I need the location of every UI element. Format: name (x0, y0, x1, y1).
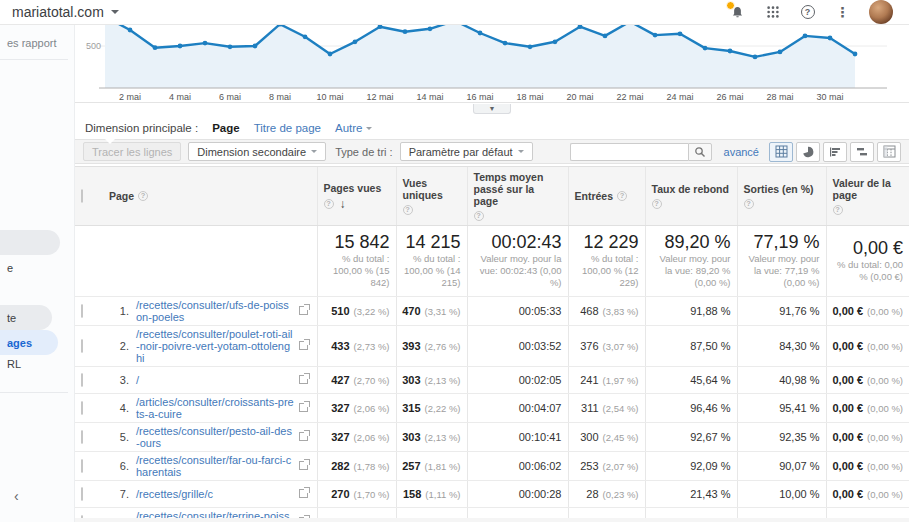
help-icon[interactable]: ? (138, 191, 148, 201)
sorties-value: 91,76 % (737, 297, 826, 326)
temps-moyen-value: 00:05:33 (467, 297, 568, 326)
help-icon[interactable]: ? (474, 211, 484, 221)
svg-text:500: 500 (86, 41, 101, 51)
view-table-button[interactable] (769, 142, 793, 162)
valeur-page-value: 0,00 € (833, 402, 864, 414)
view-pivot-button[interactable] (877, 142, 901, 162)
row-rank: 3. (109, 374, 129, 386)
help-icon[interactable]: ? (617, 191, 627, 201)
open-in-new-icon[interactable] (299, 461, 308, 470)
svg-text:12 mai: 12 mai (366, 92, 393, 102)
row-checkbox[interactable] (81, 373, 83, 387)
row-checkbox[interactable] (81, 304, 83, 318)
col-header-temps-moyen[interactable]: Temps moyen passé sur la page? (467, 167, 568, 226)
chart-collapse-handle[interactable]: ▼ (473, 104, 511, 114)
advanced-filter-link[interactable]: avancé (724, 146, 759, 158)
entrees-value: 241 (580, 374, 598, 386)
row-checkbox[interactable] (81, 401, 83, 415)
col-header-entrees[interactable]: Entrées? (568, 167, 645, 226)
notifications-bell-icon[interactable] (729, 4, 746, 21)
sidebar-search-fragment[interactable]: es rapport (0, 25, 68, 60)
sorties-value: 92,35 % (737, 423, 826, 452)
sidebar-item-fragment-1[interactable]: e (0, 262, 13, 274)
temps-moyen-value: 00:10:41 (467, 423, 568, 452)
col-header-page[interactable]: Page? (103, 167, 317, 226)
row-checkbox[interactable] (81, 487, 83, 501)
page-link[interactable]: /recettes/consulter/far-ou-farci-charent… (136, 454, 295, 478)
sidebar-item-all-pages-active[interactable]: ages (0, 330, 58, 355)
table-row: 6. /recettes/consulter/far-ou-farci-char… (75, 452, 909, 481)
page-link[interactable]: /recettes/consulter/pesto-ail-des-ours (136, 425, 295, 449)
view-switcher (769, 142, 901, 162)
dimension-tab-page-title[interactable]: Titre de page (254, 122, 321, 134)
view-percentage-button[interactable] (796, 142, 820, 162)
page-link[interactable]: / (136, 374, 139, 386)
row-rank: 1. (109, 305, 129, 317)
help-icon[interactable]: ? (324, 199, 334, 209)
sidebar-collapse-chevron[interactable]: ‹ (14, 488, 19, 504)
col-header-taux-rebond[interactable]: Taux de rebond? (645, 167, 737, 226)
temps-moyen-value: 00:06:02 (467, 452, 568, 481)
pie-chart-icon (802, 146, 814, 158)
svg-text:2 mai: 2 mai (119, 92, 141, 102)
vues-uniques-value: 158 (403, 488, 421, 500)
user-avatar[interactable] (869, 0, 893, 24)
col-header-valeur-page[interactable]: Valeur de la page? (826, 167, 909, 226)
table-search-input[interactable] (570, 143, 688, 161)
col-header-vues-uniques[interactable]: Vues uniques? (396, 167, 467, 226)
help-icon[interactable]: ? (403, 205, 413, 215)
row-rank: 5. (109, 431, 129, 443)
help-icon[interactable]: ? (833, 205, 843, 215)
open-in-new-icon[interactable] (299, 375, 308, 384)
sidebar-item-truncated[interactable] (0, 230, 60, 255)
col-header-pages-vues[interactable]: Pages vues?↓ (317, 167, 396, 226)
entrees-value: 311 (581, 402, 599, 414)
open-in-new-icon[interactable] (299, 341, 308, 350)
open-in-new-icon[interactable] (299, 432, 308, 441)
help-icon[interactable]: ? (744, 199, 754, 209)
open-in-new-icon[interactable] (299, 306, 308, 315)
open-in-new-icon[interactable] (299, 403, 308, 412)
col-header-sorties[interactable]: Sorties (en %)? (737, 167, 826, 226)
sorties-value: 90,07 % (737, 452, 826, 481)
help-icon[interactable]: ? (799, 4, 816, 21)
page-link[interactable]: /articles/consulter/croissants-prets-a-c… (136, 396, 295, 420)
sort-type-button[interactable]: Paramètre par défaut (400, 142, 533, 161)
account-selector[interactable]: mariatotal.com (12, 4, 119, 20)
dimension-tab-page[interactable]: Page (212, 122, 240, 134)
row-checkbox[interactable] (81, 459, 83, 473)
page-link[interactable]: /recettes/consulter/poulet-roti-ail-noir… (136, 328, 295, 364)
summary-entrees: 12 229 (575, 232, 639, 252)
vues-uniques-value: 303 (402, 431, 420, 443)
svg-text:28 mai: 28 mai (766, 92, 793, 102)
view-performance-button[interactable] (823, 142, 847, 162)
search-button[interactable] (688, 143, 712, 161)
sidebar-item-fragment-2[interactable]: te (0, 305, 52, 330)
sorties-value: 84,30 % (737, 326, 826, 367)
table-view-icon (775, 145, 788, 158)
dimension-tab-other[interactable]: Autre (335, 122, 373, 134)
apps-grid-icon[interactable] (764, 4, 781, 21)
chevron-down-icon (311, 150, 317, 153)
view-comparison-button[interactable] (850, 142, 874, 162)
select-all-checkbox[interactable] (81, 189, 83, 203)
svg-text:18 mai: 18 mai (516, 92, 543, 102)
entrees-value: 300 (580, 431, 598, 443)
table-row: 7. /recettes/grille/c 270(1,70 %) 158(1,… (75, 481, 909, 508)
sidebar-item-fragment-4[interactable]: RL (0, 358, 21, 370)
open-in-new-icon[interactable] (299, 489, 308, 498)
row-checkbox[interactable] (81, 339, 83, 353)
more-vertical-icon[interactable]: ⋮ (834, 4, 851, 21)
row-checkbox[interactable] (81, 430, 83, 444)
plot-rows-button[interactable]: Tracer les lignes (83, 142, 181, 161)
page-link[interactable]: /recettes/grille/c (136, 488, 213, 500)
table-row: 2. /recettes/consulter/poulet-roti-ail-n… (75, 326, 909, 367)
secondary-dimension-button[interactable]: Dimension secondaire (188, 142, 326, 161)
page-link[interactable]: /recettes/consulter/ufs-de-poisson-poele… (136, 299, 295, 323)
help-icon[interactable]: ? (652, 199, 662, 209)
taux-rebond-value: 87,50 % (645, 326, 737, 367)
valeur-page-value: 0,00 € (833, 431, 864, 443)
grid-icon (766, 5, 780, 19)
svg-text:20 mai: 20 mai (566, 92, 593, 102)
chevron-down-icon (111, 10, 119, 14)
